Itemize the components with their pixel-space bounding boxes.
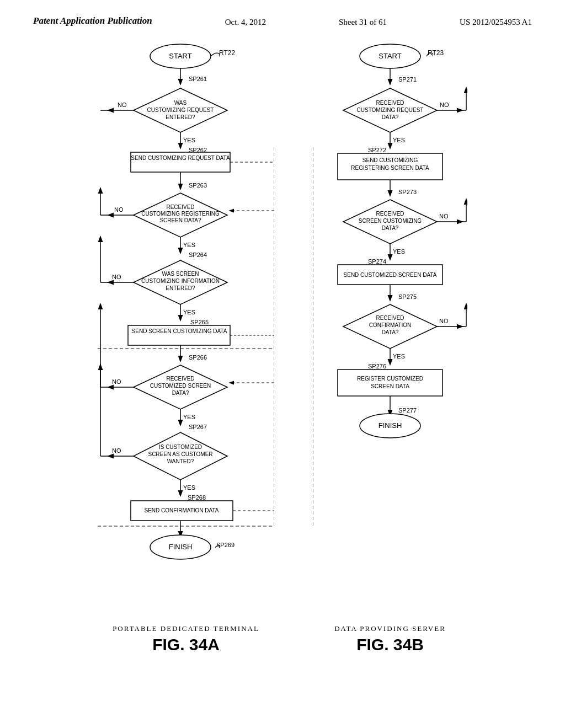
svg-text:NO: NO: [439, 318, 449, 324]
svg-text:DATA?: DATA?: [382, 225, 399, 231]
fig-34b-terminal-label: DATA PROVIDING SERVER FIG. 34B: [334, 624, 446, 654]
svg-text:NO: NO: [112, 274, 121, 280]
svg-text:NO: NO: [439, 213, 449, 220]
figure-34b: START RT23 SP271 RECEIVED CUSTOMIZING RE…: [313, 40, 467, 654]
svg-text:YES: YES: [393, 353, 405, 360]
svg-text:SP267: SP267: [189, 424, 207, 430]
svg-text:SCREEN DATA: SCREEN DATA: [371, 383, 409, 389]
svg-text:RECEIVED: RECEIVED: [376, 211, 404, 217]
svg-text:RECEIVED: RECEIVED: [376, 100, 404, 106]
svg-text:IS CUSTOMIZED: IS CUSTOMIZED: [159, 444, 202, 450]
svg-text:ENTERED?: ENTERED?: [166, 114, 195, 120]
svg-text:SP273: SP273: [398, 189, 417, 195]
svg-text:RECEIVED: RECEIVED: [376, 315, 404, 321]
svg-text:WANTED?: WANTED?: [167, 458, 194, 464]
svg-text:SEND CUSTOMIZING REQUEST DATA: SEND CUSTOMIZING REQUEST DATA: [131, 155, 230, 161]
patent-number: US 2012/0254953 A1: [460, 15, 532, 29]
figure-34a: START RT22 SP261 WAS CUSTOMIZING REQUEST…: [98, 40, 274, 654]
svg-text:YES: YES: [183, 414, 195, 420]
svg-text:NO: NO: [112, 378, 121, 385]
header-date: Oct. 4, 2012: [225, 15, 266, 29]
svg-text:YES: YES: [393, 248, 405, 255]
svg-text:DATA?: DATA?: [382, 329, 399, 335]
svg-text:FINISH: FINISH: [169, 543, 193, 551]
flowchart-34a: START RT22 SP261 WAS CUSTOMIZING REQUEST…: [98, 40, 274, 619]
flowchart-34b: START RT23 SP271 RECEIVED CUSTOMIZING RE…: [313, 40, 467, 619]
svg-text:YES: YES: [393, 137, 405, 143]
svg-text:YES: YES: [183, 242, 195, 248]
svg-text:NO: NO: [440, 101, 449, 108]
publication-title: Patent Application Publication: [33, 15, 152, 26]
header-sheet: Sheet 31 of 61: [339, 15, 387, 29]
svg-text:SEND CONFIRMATION DATA: SEND CONFIRMATION DATA: [145, 507, 219, 513]
svg-text:SP266: SP266: [189, 354, 207, 361]
svg-text:SP269: SP269: [216, 542, 234, 548]
svg-text:CONFIRMATION: CONFIRMATION: [369, 322, 411, 328]
svg-text:SCREEN CUSTOMIZING: SCREEN CUSTOMIZING: [359, 218, 422, 224]
svg-text:SP274: SP274: [368, 258, 386, 265]
svg-text:RT22: RT22: [219, 49, 235, 57]
svg-text:WAS SCREEN: WAS SCREEN: [162, 271, 199, 277]
svg-text:CUSTOMIZING REQUEST: CUSTOMIZING REQUEST: [147, 107, 214, 113]
svg-text:SCREEN DATA?: SCREEN DATA?: [159, 217, 201, 223]
svg-text:CUSTOMIZING REGISTERING: CUSTOMIZING REGISTERING: [141, 211, 220, 217]
svg-text:SP275: SP275: [398, 293, 417, 300]
svg-text:SP263: SP263: [189, 182, 207, 189]
svg-text:FINISH: FINISH: [379, 421, 402, 430]
svg-text:SEND CUSTOMIZING: SEND CUSTOMIZING: [363, 157, 418, 163]
svg-text:SP261: SP261: [189, 76, 207, 82]
svg-text:YES: YES: [183, 137, 195, 143]
svg-text:YES: YES: [183, 484, 195, 491]
svg-text:DATA?: DATA?: [172, 390, 189, 396]
svg-text:YES: YES: [183, 309, 195, 315]
svg-text:CUSTOMIZED SCREEN: CUSTOMIZED SCREEN: [150, 383, 211, 389]
svg-text:CUSTOMIZING INFORMATION: CUSTOMIZING INFORMATION: [141, 278, 220, 284]
svg-text:SP264: SP264: [189, 251, 207, 258]
page-header: Patent Application Publication Oct. 4, 2…: [0, 0, 565, 29]
svg-text:REGISTER CUSTOMIZED: REGISTER CUSTOMIZED: [357, 376, 423, 382]
svg-text:REGISTERING SCREEN DATA: REGISTERING SCREEN DATA: [351, 165, 429, 171]
svg-text:NO: NO: [112, 447, 121, 454]
svg-text:SP271: SP271: [398, 76, 417, 83]
svg-text:SCREEN AS CUSTOMER: SCREEN AS CUSTOMER: [148, 451, 212, 457]
svg-text:SP272: SP272: [368, 147, 386, 153]
svg-text:NO: NO: [114, 206, 124, 213]
svg-text:SP268: SP268: [188, 494, 206, 501]
svg-text:START: START: [169, 52, 191, 60]
fig-34a-terminal-label: PORTABLE DEDICATED TERMINAL FIG. 34A: [113, 624, 259, 654]
svg-text:SEND CUSTOMIZED SCREEN DATA: SEND CUSTOMIZED SCREEN DATA: [344, 272, 437, 278]
svg-text:NO: NO: [118, 101, 127, 108]
svg-text:SP277: SP277: [398, 407, 417, 414]
svg-text:SEND SCREEN CUSTOMIZING DATA: SEND SCREEN CUSTOMIZING DATA: [132, 328, 227, 334]
svg-text:ENTERED?: ENTERED?: [166, 285, 195, 291]
svg-text:RECEIVED: RECEIVED: [166, 376, 194, 382]
svg-text:RECEIVED: RECEIVED: [166, 204, 194, 210]
svg-text:WAS: WAS: [174, 100, 187, 106]
svg-text:CUSTOMIZING REQUEST: CUSTOMIZING REQUEST: [357, 107, 424, 113]
svg-rect-122: [338, 370, 443, 396]
diagrams-container: START RT22 SP261 WAS CUSTOMIZING REQUEST…: [0, 29, 565, 665]
svg-text:SP276: SP276: [368, 363, 386, 370]
svg-text:START: START: [379, 52, 401, 60]
svg-text:DATA?: DATA?: [382, 114, 399, 120]
svg-text:SP265: SP265: [190, 319, 209, 325]
